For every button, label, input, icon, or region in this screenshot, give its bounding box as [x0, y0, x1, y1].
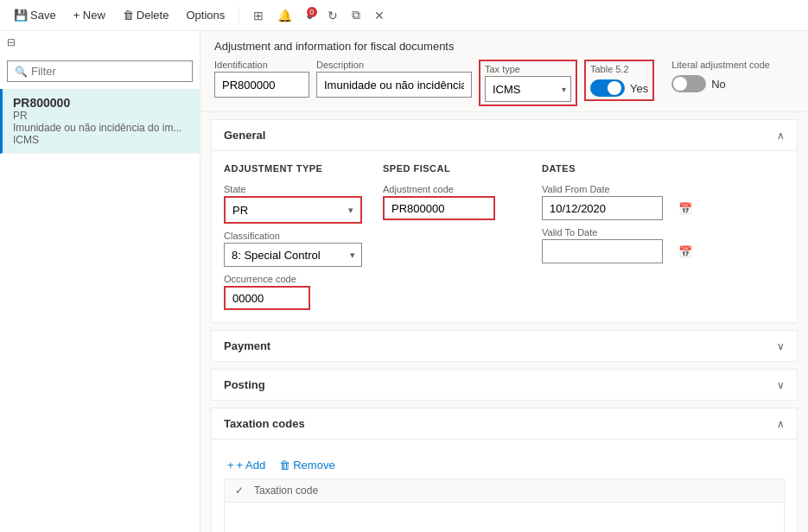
content-header: Adjustment and information for fiscal do… [200, 31, 808, 112]
taxation-chevron-icon: ∧ [777, 418, 785, 430]
adjustment-code-input[interactable] [383, 196, 495, 220]
table52-toggle-label: Yes [630, 82, 648, 95]
valid-to-date-wrap: 📅 [542, 239, 697, 263]
classification-select[interactable]: 8: Special Control [224, 243, 362, 267]
posting-section: Posting ∨ [211, 369, 798, 401]
delete-button[interactable]: 🗑 Delete [116, 5, 176, 25]
toolbar-separator [239, 7, 239, 24]
sidebar-item[interactable]: PR800000 PR Imunidade ou não incidência … [0, 89, 200, 154]
save-label: Save [30, 9, 56, 22]
badge-icon-button[interactable]: ●0 [302, 7, 316, 24]
sped-fiscal-col: SPED FISCAL Adjustment code [383, 163, 521, 310]
options-button[interactable]: Options [179, 5, 232, 25]
general-section-header[interactable]: General ∧ [212, 120, 797, 151]
save-icon: 💾 [14, 9, 28, 22]
valid-to-input[interactable] [542, 239, 663, 263]
identification-label: Identification [214, 60, 309, 70]
restore-icon-button[interactable]: ⧉ [348, 6, 364, 24]
tax-type-field: Tax type ICMS ▾ [479, 60, 577, 106]
general-section-body: ADJUSTMENT TYPE State PR [212, 151, 797, 322]
literal-field: Literal adjustment code No [671, 60, 770, 92]
dates-col-title: DATES [542, 163, 697, 174]
sped-fiscal-col-title: SPED FISCAL [383, 163, 521, 174]
valid-from-label: Valid From Date [542, 184, 697, 194]
valid-from-input[interactable] [542, 196, 663, 220]
posting-chevron-icon: ∨ [777, 379, 785, 391]
sidebar-filter: 🔍 [0, 54, 200, 89]
state-field: State PR [224, 184, 362, 224]
adjustment-type-col: ADJUSTMENT TYPE State PR [224, 163, 362, 310]
speaker-icon-button[interactable]: 🔔 [274, 7, 296, 24]
occurrence-code-field: Occurrence code [224, 274, 362, 310]
sidebar-list: PR800000 PR Imunidade ou não incidência … [0, 89, 200, 532]
close-icon-button[interactable]: ✕ [371, 7, 388, 24]
identification-input[interactable] [214, 72, 309, 98]
new-button[interactable]: + New [67, 5, 112, 25]
posting-title: Posting [224, 378, 265, 391]
toolbar-right-icons: ⊞ 🔔 ●0 ↻ ⧉ ✕ [250, 6, 387, 24]
add-icon: + [227, 459, 234, 472]
taxation-title: Taxation codes [224, 417, 305, 430]
identification-field: Identification [214, 60, 309, 98]
sidebar-item-line1: PR [13, 110, 189, 122]
refresh-icon-button[interactable]: ↻ [324, 7, 341, 24]
taxation-code-col-header: Taxation code [254, 484, 318, 497]
taxation-table: ✓ Taxation code 🗄 We didn't find anythin… [224, 478, 785, 532]
tax-type-select-wrap: ICMS ▾ [485, 76, 571, 102]
toolbar: 💾 Save + New 🗑 Delete Options ⊞ 🔔 ●0 ↻ ⧉… [0, 0, 808, 31]
occurrence-code-label: Occurrence code [224, 274, 362, 284]
valid-to-label: Valid To Date [542, 227, 697, 238]
main-layout: ⊟ 🔍 PR800000 PR Imunidade ou não incidên… [0, 31, 808, 532]
header-fields: Identification Description Tax type ICMS [214, 60, 794, 106]
remove-label: Remove [293, 459, 334, 472]
remove-button[interactable]: 🗑 Remove [276, 457, 338, 473]
description-input[interactable] [316, 72, 472, 98]
tax-type-label: Tax type [485, 64, 571, 74]
valid-from-calendar-icon[interactable]: 📅 [678, 202, 692, 215]
tax-type-select[interactable]: ICMS [485, 76, 571, 102]
occurrence-code-input[interactable] [224, 286, 310, 310]
adjustment-code-label: Adjustment code [383, 184, 521, 194]
taxation-table-body: 🗄 We didn't find anything to show here. [225, 503, 784, 532]
table52-toggle[interactable] [590, 79, 625, 97]
taxation-section-body: + + Add 🗑 Remove ✓ Taxation code [212, 440, 797, 532]
column-check-icon: ✓ [235, 484, 244, 497]
save-button[interactable]: 💾 Save [7, 5, 63, 25]
content-header-title: Adjustment and information for fiscal do… [214, 40, 794, 53]
sidebar: ⊟ 🔍 PR800000 PR Imunidade ou não incidên… [0, 31, 200, 532]
payment-section-header[interactable]: Payment ∨ [212, 331, 797, 361]
table52-field: Table 5.2 Yes [584, 60, 654, 101]
options-label: Options [186, 9, 225, 22]
sidebar-item-line3: ICMS [13, 134, 189, 146]
dates-col: DATES Valid From Date 📅 [542, 163, 697, 310]
state-select-wrap: PR [224, 196, 362, 224]
literal-toggle-label: No [711, 78, 726, 91]
remove-icon: 🗑 [279, 459, 290, 472]
taxation-section: Taxation codes ∧ + + Add 🗑 Remove [211, 408, 798, 532]
literal-toggle-wrap: No [671, 75, 770, 92]
filter-input[interactable] [31, 65, 185, 78]
general-columns: ADJUSTMENT TYPE State PR [224, 163, 785, 310]
literal-label: Literal adjustment code [671, 60, 770, 70]
general-chevron-icon: ∧ [777, 130, 785, 142]
add-button[interactable]: + + Add [224, 457, 269, 473]
new-label: + New [73, 9, 105, 22]
table-toolbar: + + Add 🗑 Remove [224, 452, 785, 478]
valid-to-field: Valid To Date 📅 [542, 227, 697, 263]
content-inner: Adjustment and information for fiscal do… [200, 31, 808, 532]
taxation-section-header[interactable]: Taxation codes ∧ [212, 408, 797, 440]
payment-title: Payment [224, 339, 270, 352]
content: Adjustment and information for fiscal do… [200, 31, 808, 532]
grid-icon-button[interactable]: ⊞ [250, 7, 267, 24]
valid-to-calendar-icon[interactable]: 📅 [678, 245, 692, 258]
search-icon: 🔍 [15, 66, 28, 78]
description-label: Description [316, 60, 472, 70]
state-select[interactable]: PR [226, 198, 321, 222]
state-label: State [224, 184, 362, 194]
classification-select-wrap: 8: Special Control [224, 243, 362, 267]
valid-from-field: Valid From Date 📅 [542, 184, 697, 220]
literal-toggle[interactable] [671, 75, 706, 92]
posting-section-header[interactable]: Posting ∨ [212, 370, 797, 400]
adjustment-type-col-title: ADJUSTMENT TYPE [224, 163, 362, 174]
payment-section: Payment ∨ [211, 330, 798, 362]
